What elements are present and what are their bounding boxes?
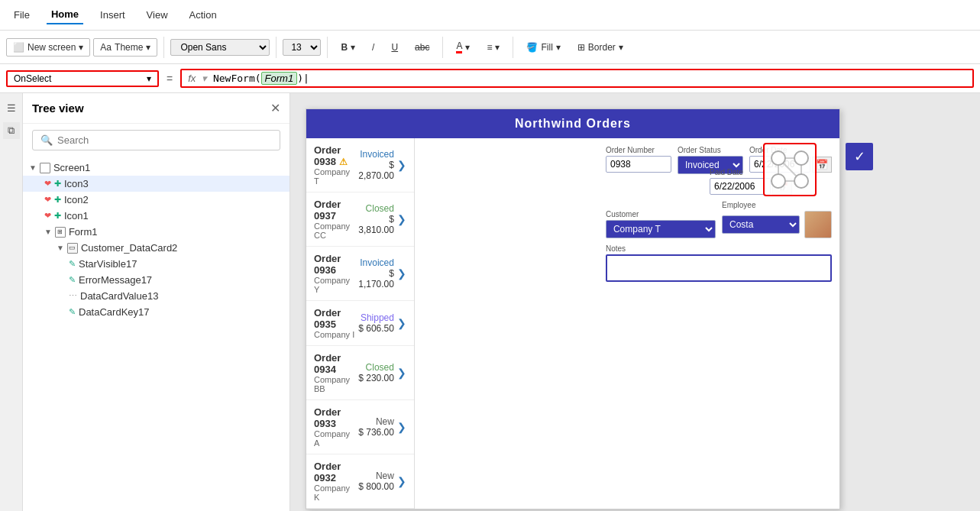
chevron-down-icon2 — [146, 42, 150, 53]
icon1-badge: ❤ — [44, 211, 51, 221]
font-color-button[interactable]: A — [449, 37, 477, 57]
search-icon: 🔍 — [40, 134, 53, 146]
menu-action[interactable]: Action — [185, 6, 222, 24]
tree-item-errormessage17[interactable]: ✎ ErrorMessage17 — [23, 272, 289, 288]
app-canvas: Northwind Orders Order 0938 ⚠ Company T — [306, 108, 848, 509]
bold-button[interactable]: B — [334, 38, 362, 57]
svg-point-7 — [771, 174, 785, 188]
main-content: ☰ ⧉ Tree view ✕ 🔍 ▼ Screen1 ❤ ✚ Icon3 — [0, 93, 980, 511]
arrow-0936: ❯ — [397, 267, 406, 280]
font-family-select[interactable]: Open Sans — [170, 39, 270, 56]
toolbar-separator-5 — [513, 37, 513, 58]
chevron-fill — [556, 42, 561, 53]
italic-button[interactable]: / — [365, 38, 381, 57]
tree-item-icon2[interactable]: ❤ ✚ Icon2 — [23, 192, 289, 208]
search-box[interactable]: 🔍 — [32, 130, 280, 150]
order-row-0933[interactable]: Order 0933 Company A New $ 736.00 ❯ — [306, 400, 414, 454]
svg-point-8 — [794, 174, 808, 188]
menu-view[interactable]: View — [142, 6, 173, 24]
tree-item-datacardvalue13[interactable]: ⋯ DataCardValue13 — [23, 288, 289, 304]
layers-icon[interactable]: ⧉ — [3, 122, 20, 139]
icon3-badge: ❤ — [44, 179, 51, 189]
font-size-select[interactable]: 13 — [283, 39, 321, 56]
starvisible-icon: ✎ — [69, 259, 76, 269]
search-input[interactable] — [57, 134, 272, 146]
notes-input[interactable] — [606, 254, 832, 282]
equals-sign: = — [163, 73, 176, 85]
left-icon-rail: ☰ ⧉ — [0, 93, 23, 511]
selected-icon-overlay — [763, 143, 817, 196]
chevron-font-color — [465, 42, 470, 53]
new-screen-button[interactable]: ⬜ New screen — [6, 38, 90, 57]
tree-item-icon3[interactable]: ❤ ✚ Icon3 — [23, 176, 289, 192]
arrow-0937: ❯ — [397, 213, 406, 225]
icon3-badge2: ✚ — [54, 179, 61, 189]
chevron-bold — [351, 42, 355, 53]
chevron-align — [495, 42, 500, 53]
tree-content: ▼ Screen1 ❤ ✚ Icon3 ❤ ✚ Icon2 ❤ — [23, 157, 289, 511]
property-selector[interactable]: OnSelect — [6, 70, 159, 87]
tree-title: Tree view — [32, 102, 84, 115]
tree-header: Tree view ✕ — [23, 93, 289, 124]
checkmark-button[interactable]: ✓ — [846, 143, 873, 170]
arrow-0934: ❯ — [397, 367, 406, 379]
theme-button[interactable]: Aa Theme — [93, 38, 157, 57]
toolbar-separator-2 — [276, 37, 277, 58]
app-title: Northwind Orders — [306, 109, 839, 138]
formula-form-ref: Form1 — [261, 72, 298, 85]
tree-item-datacardkey17[interactable]: ✎ DataCardKey17 — [23, 304, 289, 320]
order-row-0936[interactable]: Order 0936 Company Y Invoiced $ 1,170.00… — [306, 247, 414, 301]
border-button[interactable]: ⊞ Border — [571, 38, 630, 57]
menu-home[interactable]: Home — [47, 5, 83, 24]
employee-select[interactable]: Costa — [722, 215, 800, 234]
order-number-input[interactable] — [606, 156, 671, 173]
datacardkey-icon: ✎ — [69, 307, 76, 317]
tree-item-icon1[interactable]: ❤ ✚ Icon1 — [23, 208, 289, 224]
theme-icon: Aa — [100, 42, 112, 53]
form-icon: ⊞ — [55, 227, 66, 238]
strikethrough-button[interactable]: abc — [408, 38, 436, 57]
order-list: Order 0938 ⚠ Company T Invoiced $ 2,870.… — [306, 138, 415, 509]
icon2-badge2: ✚ — [54, 195, 61, 205]
svg-point-6 — [794, 151, 808, 165]
screen-icon — [40, 163, 50, 173]
order-row-0937[interactable]: Order 0937 Company CC Closed $ 3,810.00 … — [306, 192, 414, 247]
tree-item-screen1[interactable]: ▼ Screen1 — [23, 160, 289, 176]
northwind-container: Northwind Orders Order 0938 ⚠ Company T — [306, 108, 840, 509]
order-number-field: Order Number — [606, 146, 671, 174]
arrow-0935: ❯ — [397, 317, 406, 329]
menu-bar: File Home Insert View Action — [0, 0, 980, 31]
menu-file[interactable]: File — [9, 6, 34, 24]
tree-close-button[interactable]: ✕ — [270, 101, 280, 115]
tree-item-starvisible17[interactable]: ✎ StarVisible17 — [23, 256, 289, 272]
notes-row: Notes — [606, 244, 832, 282]
fill-button[interactable]: 🪣 Fill — [519, 38, 567, 57]
expand-form1: ▼ — [44, 228, 52, 236]
tree-panel: Tree view ✕ 🔍 ▼ Screen1 ❤ ✚ Icon3 — [23, 93, 290, 511]
order-row-0934[interactable]: Order 0934 Company BB Closed $ 230.00 ❯ — [306, 346, 414, 400]
employee-photo — [804, 211, 832, 238]
toolbar-separator-1 — [163, 37, 164, 58]
menu-insert[interactable]: Insert — [95, 6, 130, 24]
formula-input[interactable]: fx ▾ NewForm( Form1 ) | — [180, 69, 974, 88]
icon1-badge2: ✚ — [54, 211, 61, 221]
canvas-area: Northwind Orders Order 0938 ⚠ Company T — [290, 93, 980, 511]
order-row-0932[interactable]: Order 0932 Company K New $ 800.00 ❯ — [306, 454, 414, 509]
arrow-0932: ❯ — [397, 475, 406, 487]
tree-item-form1[interactable]: ▼ ⊞ Form1 — [23, 224, 289, 240]
hamburger-icon[interactable]: ☰ — [3, 99, 20, 116]
align-button[interactable]: ≡ — [480, 38, 506, 57]
datacardvalue-icon: ⋯ — [69, 291, 77, 301]
tree-item-customer-datacard2[interactable]: ▼ ▭ Customer_DataCard2 — [23, 240, 289, 256]
formula-text-start: NewForm( — [213, 73, 261, 84]
warn-icon-0938: ⚠ — [339, 157, 348, 167]
new-screen-icon: ⬜ — [13, 42, 24, 53]
arrow-0938: ❯ — [397, 159, 406, 171]
order-row-0935[interactable]: Order 0935 Company I Shipped $ 606.50 ❯ — [306, 301, 414, 346]
underline-button[interactable]: U — [384, 38, 405, 57]
customer-field: Customer Company T — [606, 210, 716, 238]
order-row-0938[interactable]: Order 0938 ⚠ Company T Invoiced $ 2,870.… — [306, 138, 414, 192]
paid-date-input[interactable] — [710, 178, 771, 195]
app-body: Order 0938 ⚠ Company T Invoiced $ 2,870.… — [306, 138, 839, 509]
customer-select[interactable]: Company T — [606, 220, 716, 238]
